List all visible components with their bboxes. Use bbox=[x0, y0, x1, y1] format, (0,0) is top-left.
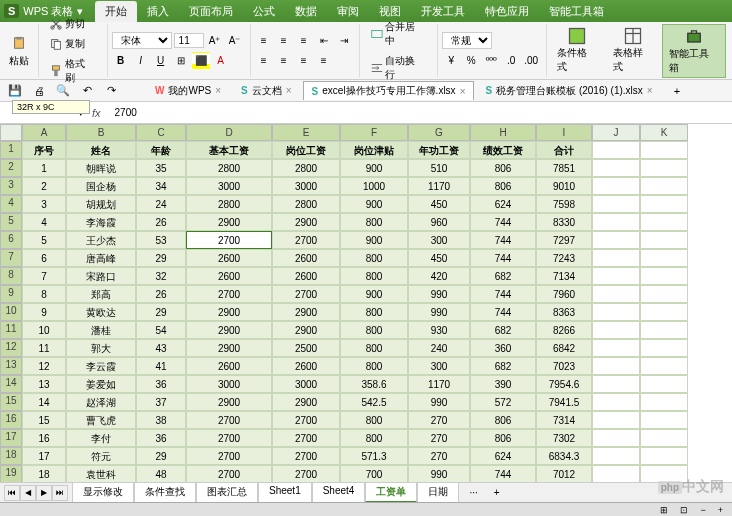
data-cell[interactable]: 2900 bbox=[272, 303, 340, 321]
table-header-cell[interactable]: 绩效工资 bbox=[470, 141, 536, 159]
data-cell[interactable]: 2900 bbox=[186, 321, 272, 339]
column-header[interactable]: G bbox=[408, 124, 470, 141]
data-cell[interactable]: 806 bbox=[470, 429, 536, 447]
data-cell[interactable]: 7314 bbox=[536, 411, 592, 429]
data-cell[interactable]: 806 bbox=[470, 177, 536, 195]
column-header[interactable]: H bbox=[470, 124, 536, 141]
empty-cell[interactable] bbox=[592, 303, 640, 321]
data-cell[interactable]: 26 bbox=[136, 285, 186, 303]
data-cell[interactable]: 2700 bbox=[272, 465, 340, 483]
data-cell[interactable]: 18 bbox=[22, 465, 66, 483]
close-icon[interactable]: × bbox=[460, 86, 466, 97]
row-header[interactable]: 7 bbox=[0, 249, 22, 267]
data-cell[interactable]: 2700 bbox=[186, 429, 272, 447]
data-cell[interactable]: 800 bbox=[340, 321, 408, 339]
data-cell[interactable]: 3000 bbox=[272, 375, 340, 393]
wrap-text-button[interactable]: 自动换行 bbox=[364, 52, 432, 84]
menu-tab-3[interactable]: 公式 bbox=[243, 1, 285, 22]
data-cell[interactable]: 800 bbox=[340, 429, 408, 447]
data-cell[interactable]: 360 bbox=[470, 339, 536, 357]
row-header[interactable]: 4 bbox=[0, 195, 22, 213]
table-header-cell[interactable]: 序号 bbox=[22, 141, 66, 159]
column-header[interactable]: E bbox=[272, 124, 340, 141]
sheet-tab[interactable]: 图表汇总 bbox=[196, 482, 258, 503]
column-header[interactable]: C bbox=[136, 124, 186, 141]
empty-cell[interactable] bbox=[592, 177, 640, 195]
data-cell[interactable]: 9010 bbox=[536, 177, 592, 195]
data-cell[interactable]: 朝晖说 bbox=[66, 159, 136, 177]
row-header[interactable]: 17 bbox=[0, 429, 22, 447]
data-cell[interactable]: 2700 bbox=[186, 285, 272, 303]
indent-decrease-button[interactable]: ⇤ bbox=[315, 32, 333, 50]
data-cell[interactable]: 744 bbox=[470, 303, 536, 321]
data-cell[interactable]: 900 bbox=[340, 195, 408, 213]
menu-tab-0[interactable]: 开始 bbox=[95, 1, 137, 22]
data-cell[interactable]: 2600 bbox=[272, 249, 340, 267]
sheet-tab[interactable]: 工资单 bbox=[365, 482, 417, 503]
table-header-cell[interactable]: 岗位津贴 bbox=[340, 141, 408, 159]
redo-icon[interactable]: ↷ bbox=[102, 82, 120, 100]
sheet-more-button[interactable]: ··· bbox=[463, 485, 483, 500]
column-header[interactable]: F bbox=[340, 124, 408, 141]
data-cell[interactable]: 2700 bbox=[272, 231, 340, 249]
spreadsheet-grid[interactable]: ABCDEFGHIJK1序号姓名年龄基本工资岗位工资岗位津贴年功工资绩效工资合计… bbox=[0, 124, 732, 494]
data-cell[interactable]: 270 bbox=[408, 429, 470, 447]
empty-cell[interactable] bbox=[640, 429, 688, 447]
data-cell[interactable]: 7302 bbox=[536, 429, 592, 447]
data-cell[interactable]: 990 bbox=[408, 465, 470, 483]
empty-cell[interactable] bbox=[592, 213, 640, 231]
menu-tab-2[interactable]: 页面布局 bbox=[179, 1, 243, 22]
data-cell[interactable]: 袁世科 bbox=[66, 465, 136, 483]
data-cell[interactable]: 7243 bbox=[536, 249, 592, 267]
zoom-in-button[interactable]: + bbox=[715, 505, 726, 515]
row-header[interactable]: 2 bbox=[0, 159, 22, 177]
empty-cell[interactable] bbox=[640, 393, 688, 411]
data-cell[interactable]: 960 bbox=[408, 213, 470, 231]
data-cell[interactable]: 300 bbox=[408, 231, 470, 249]
data-cell[interactable]: 34 bbox=[136, 177, 186, 195]
empty-cell[interactable] bbox=[640, 321, 688, 339]
data-cell[interactable]: 7023 bbox=[536, 357, 592, 375]
sheet-tab[interactable]: 日期 bbox=[417, 482, 459, 503]
data-cell[interactable]: 2600 bbox=[186, 357, 272, 375]
data-cell[interactable]: 1170 bbox=[408, 177, 470, 195]
copy-button[interactable]: 复制 bbox=[43, 35, 101, 53]
row-header[interactable]: 14 bbox=[0, 375, 22, 393]
empty-cell[interactable] bbox=[592, 285, 640, 303]
row-header[interactable]: 5 bbox=[0, 213, 22, 231]
data-cell[interactable]: 35 bbox=[136, 159, 186, 177]
data-cell[interactable]: 李云霞 bbox=[66, 357, 136, 375]
data-cell[interactable]: 6 bbox=[22, 249, 66, 267]
data-cell[interactable]: 800 bbox=[340, 411, 408, 429]
close-icon[interactable]: × bbox=[647, 85, 653, 96]
data-cell[interactable]: 7297 bbox=[536, 231, 592, 249]
data-cell[interactable]: 2900 bbox=[186, 303, 272, 321]
row-header[interactable]: 8 bbox=[0, 267, 22, 285]
empty-cell[interactable] bbox=[640, 177, 688, 195]
data-cell[interactable]: 36 bbox=[136, 429, 186, 447]
data-cell[interactable]: 682 bbox=[470, 357, 536, 375]
sheet-nav-next-button[interactable]: ▶ bbox=[36, 485, 52, 501]
data-cell[interactable]: 358.6 bbox=[340, 375, 408, 393]
empty-cell[interactable] bbox=[592, 375, 640, 393]
column-header[interactable]: K bbox=[640, 124, 688, 141]
data-cell[interactable]: 5 bbox=[22, 231, 66, 249]
sheet-nav-prev-button[interactable]: ◀ bbox=[20, 485, 36, 501]
data-cell[interactable]: 8330 bbox=[536, 213, 592, 231]
data-cell[interactable]: 3000 bbox=[186, 177, 272, 195]
data-cell[interactable]: 2800 bbox=[272, 159, 340, 177]
row-header[interactable]: 3 bbox=[0, 177, 22, 195]
empty-cell[interactable] bbox=[592, 411, 640, 429]
empty-cell[interactable] bbox=[640, 267, 688, 285]
conditional-format-button[interactable]: 条件格式 bbox=[551, 24, 603, 78]
data-cell[interactable]: 32 bbox=[136, 267, 186, 285]
sheet-tab[interactable]: 显示修改 bbox=[72, 482, 134, 503]
empty-cell[interactable] bbox=[640, 249, 688, 267]
data-cell[interactable]: 990 bbox=[408, 285, 470, 303]
data-cell[interactable]: 29 bbox=[136, 447, 186, 465]
data-cell[interactable]: 1 bbox=[22, 159, 66, 177]
sheet-add-button[interactable]: + bbox=[488, 485, 506, 500]
data-cell[interactable]: 7134 bbox=[536, 267, 592, 285]
empty-cell[interactable] bbox=[640, 339, 688, 357]
data-cell[interactable]: 8363 bbox=[536, 303, 592, 321]
